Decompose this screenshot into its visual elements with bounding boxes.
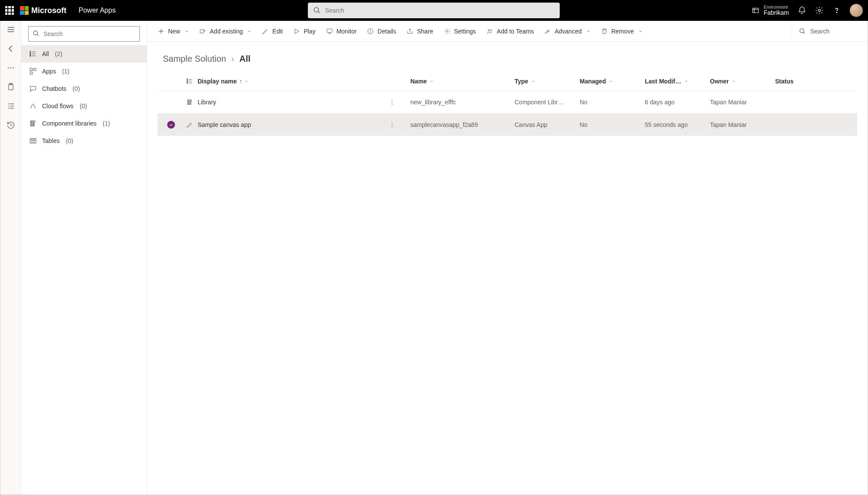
column-last-modified[interactable]: Last Modif… xyxy=(645,78,710,85)
main-area: New Add existing Edit Play Monitor xyxy=(147,21,868,495)
breadcrumb-current: All xyxy=(239,54,251,64)
svg-point-65 xyxy=(392,100,393,100)
chevron-right-icon: › xyxy=(231,54,234,64)
svg-point-51 xyxy=(446,30,448,32)
cell-display-name[interactable]: Library xyxy=(198,99,389,106)
info-icon xyxy=(367,28,374,35)
environment-picker[interactable]: Environment Fabrikam xyxy=(752,5,789,16)
column-managed[interactable]: Managed xyxy=(580,78,645,85)
svg-rect-32 xyxy=(30,121,31,126)
cell-display-name[interactable]: Sample canvas app xyxy=(198,121,389,128)
chat-icon xyxy=(29,85,37,93)
nav-item-label: Apps xyxy=(42,68,56,75)
advanced-button[interactable]: Advanced xyxy=(540,23,594,39)
cmd-label: Share xyxy=(417,28,433,35)
more-icon[interactable] xyxy=(7,63,15,72)
clipboard-icon[interactable] xyxy=(7,83,15,91)
cmd-label: Details xyxy=(377,28,396,35)
remove-button[interactable]: Remove xyxy=(597,23,647,39)
new-button[interactable]: New xyxy=(153,23,193,39)
more-vertical-icon[interactable] xyxy=(389,99,396,106)
command-bar: New Add existing Edit Play Monitor xyxy=(147,21,868,42)
pencil-icon[interactable] xyxy=(186,121,193,128)
table-row[interactable]: Library new_library_efffc Component Libr… xyxy=(158,91,857,113)
svg-point-67 xyxy=(392,103,393,104)
divider xyxy=(792,25,792,37)
column-label: Status xyxy=(775,78,794,85)
add-existing-button[interactable]: Add existing xyxy=(195,23,256,39)
environment-name: Fabrikam xyxy=(764,10,789,16)
svg-point-66 xyxy=(392,102,393,103)
nav-item-apps[interactable]: Apps (1) xyxy=(21,63,147,80)
row-select[interactable] xyxy=(167,98,175,106)
app-name[interactable]: Power Apps xyxy=(79,7,116,14)
svg-rect-30 xyxy=(34,68,36,70)
edit-button[interactable]: Edit xyxy=(257,23,287,39)
monitor-button[interactable]: Monitor xyxy=(322,23,361,39)
global-search-input[interactable] xyxy=(308,3,560,18)
column-display-name[interactable]: Display name ↑ xyxy=(198,78,389,85)
svg-rect-45 xyxy=(327,29,332,32)
details-button[interactable]: Details xyxy=(363,23,400,39)
row-selected-icon[interactable] xyxy=(167,121,175,129)
commandbar-search[interactable]: Search xyxy=(796,28,861,35)
nav-item-count: (1) xyxy=(102,120,110,127)
nav-item-all[interactable]: 123 All (2) xyxy=(21,45,147,63)
history-icon[interactable] xyxy=(7,121,15,130)
nav-item-tables[interactable]: Tables (0) xyxy=(21,132,147,149)
svg-line-22 xyxy=(37,34,38,36)
more-vertical-icon[interactable] xyxy=(389,121,396,128)
search-icon xyxy=(799,28,806,35)
column-status[interactable]: Status xyxy=(775,78,827,85)
breadcrumb-solution[interactable]: Sample Solution xyxy=(163,54,226,64)
global-search[interactable] xyxy=(308,3,560,18)
cell-type: Component Libr… xyxy=(515,99,580,106)
back-icon[interactable] xyxy=(7,44,15,53)
microsoft-logo[interactable]: Microsoft xyxy=(20,6,66,15)
cell-managed: No xyxy=(580,99,645,106)
column-name[interactable]: Name xyxy=(410,78,515,85)
nav-item-label: Cloud flows xyxy=(42,103,73,110)
table-row[interactable]: Sample canvas app samplecanvasapp_f2a89 … xyxy=(158,113,857,136)
cell-type: Canvas App xyxy=(515,121,580,128)
nav-item-label: All xyxy=(42,50,49,57)
help-icon[interactable] xyxy=(832,6,841,15)
user-avatar[interactable] xyxy=(850,4,863,17)
play-button[interactable]: Play xyxy=(289,23,320,39)
add-existing-icon xyxy=(199,28,206,35)
share-button[interactable]: Share xyxy=(402,23,437,39)
settings-button[interactable]: Settings xyxy=(439,23,481,39)
cmd-label: Edit xyxy=(272,28,283,35)
table-header: 123 Display name ↑ Name Type Managed xyxy=(158,72,857,91)
column-label: Type xyxy=(515,78,528,85)
nav-item-cloud-flows[interactable]: Cloud flows (0) xyxy=(21,97,147,115)
hamburger-icon[interactable] xyxy=(7,25,15,34)
nav-panel: 123 All (2) Apps (1) Chatbots (0) Cloud … xyxy=(21,21,147,495)
nav-item-chatbots[interactable]: Chatbots (0) xyxy=(21,80,147,97)
microsoft-logo-icon xyxy=(20,6,29,15)
trash-icon xyxy=(601,28,608,35)
cell-managed: No xyxy=(580,121,645,128)
list-numbered-icon[interactable]: 123 xyxy=(186,78,193,85)
add-to-teams-button[interactable]: Add to Teams xyxy=(482,23,538,39)
cell-name: new_library_efffc xyxy=(410,99,515,106)
column-label: Display name xyxy=(198,78,237,85)
svg-rect-64 xyxy=(190,100,191,104)
nav-search[interactable] xyxy=(28,26,140,42)
svg-rect-34 xyxy=(33,121,35,126)
table-icon xyxy=(29,137,37,145)
notifications-icon[interactable] xyxy=(798,6,806,15)
search-placeholder: Search xyxy=(810,28,829,35)
app-icon xyxy=(29,67,37,75)
plus-icon xyxy=(158,28,165,35)
nav-item-component-libraries[interactable]: Component libraries (1) xyxy=(21,115,147,132)
svg-point-21 xyxy=(33,31,37,35)
breadcrumb: Sample Solution › All xyxy=(147,42,868,72)
app-launcher-icon[interactable] xyxy=(5,6,14,15)
tree-icon[interactable] xyxy=(7,102,15,110)
column-type[interactable]: Type xyxy=(515,78,580,85)
nav-search-input[interactable] xyxy=(28,26,140,42)
column-owner[interactable]: Owner xyxy=(710,78,775,85)
wrench-icon xyxy=(544,28,551,35)
settings-icon[interactable] xyxy=(815,6,824,15)
